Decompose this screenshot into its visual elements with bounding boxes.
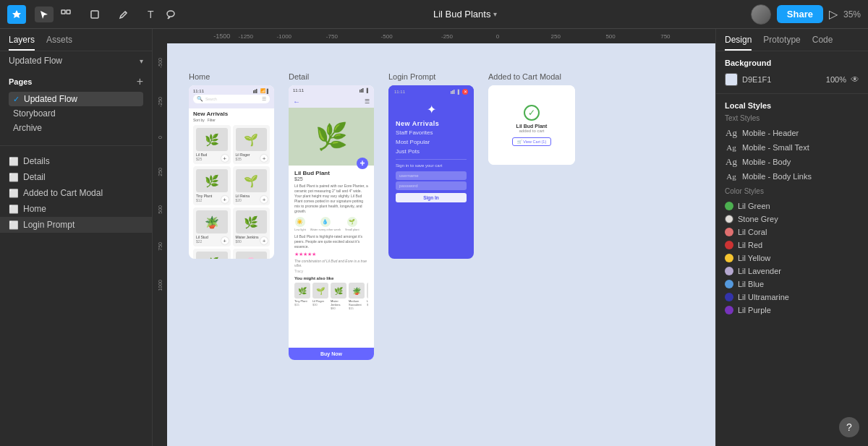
svg-rect-12: [454, 90, 455, 94]
color-style-lil-purple[interactable]: Lil Purple: [725, 304, 859, 317]
home-frame[interactable]: 11:11 📶 ▌ 🔍 Search ☰: [189, 85, 274, 259]
share-button[interactable]: Share: [777, 5, 823, 23]
ruler-mark: 250: [551, 33, 561, 40]
plant-image: 🌿: [236, 210, 268, 233]
pen-tool[interactable]: [114, 7, 140, 22]
thumbnail-item[interactable]: 🪴 Medium Succulent $15: [349, 283, 365, 310]
app-logo: [7, 5, 26, 24]
login-menu-item[interactable]: Staff Favorites: [396, 128, 467, 137]
wifi-icon: ▌: [458, 90, 461, 94]
layer-item-details[interactable]: ⬜ Details: [0, 153, 152, 169]
password-input[interactable]: password: [396, 181, 467, 190]
move-tool[interactable]: [35, 7, 54, 22]
detail-frame-wrapper: Detail 11:11 ▌ ← ☰ �: [289, 72, 374, 360]
layer-item-login[interactable]: ⬜ Login Prompt: [0, 217, 152, 233]
plant-card[interactable]: 🌿 Lil Buddy $25 +: [193, 249, 231, 259]
page-item-storyboard[interactable]: Storyboard: [9, 106, 143, 121]
sign-in-button[interactable]: Sign In: [396, 193, 467, 202]
add-to-cart-icon[interactable]: +: [221, 196, 229, 203]
color-swatch: [725, 306, 733, 314]
color-styles-section: Color Styles Lil Green Stone Grey Lil Co…: [725, 187, 859, 317]
view-cart-button[interactable]: 🛒 View Cart (1): [512, 137, 552, 146]
color-style-lil-lavender[interactable]: Lil Lavender: [725, 265, 859, 278]
login-menu-item[interactable]: Just Pots: [396, 147, 467, 156]
thumbnail-item[interactable]: 🌿 Mister Jenkins $80: [331, 283, 346, 310]
tab-design[interactable]: Design: [725, 35, 752, 51]
shape-tool[interactable]: [85, 7, 111, 22]
plant-image: 🪴: [196, 210, 228, 233]
plant-card[interactable]: 🪴 Lil Stud $22 +: [193, 207, 231, 246]
layer-item-home[interactable]: ⬜ Home: [0, 201, 152, 217]
add-to-cart-icon[interactable]: +: [221, 237, 229, 244]
file-title[interactable]: Lil Bud Plants ▾: [186, 9, 745, 20]
add-page-button[interactable]: +: [137, 76, 143, 87]
filter-label: Filter: [208, 118, 216, 122]
thumbnail-item[interactable]: 🌱 Lil Roger $30: [312, 283, 328, 310]
login-frame[interactable]: 11:11 ▌ ✕ ✦ New Arrivals: [388, 85, 474, 259]
help-button[interactable]: ?: [839, 417, 859, 437]
thumbnails-row: 🌿 Tiny Plant $15 🌱 Lil Roger $30: [294, 283, 368, 310]
thumb-image: 🌿: [294, 283, 310, 299]
thumbnail-item[interactable]: 🌿 Lil Bud $25: [367, 283, 368, 310]
frame-tool[interactable]: [56, 7, 82, 22]
background-color-swatch[interactable]: [725, 73, 738, 86]
toolbar-tools: T: [35, 6, 180, 23]
plant-card[interactable]: 🌱 Lil Roger $35 +: [233, 125, 271, 164]
page-item-label: Updated Flow: [24, 94, 77, 104]
plant-card[interactable]: 🌿 Lil Bud $25 +: [193, 125, 231, 164]
add-to-cart-icon[interactable]: +: [260, 237, 268, 244]
plant-card[interactable]: 🌿 Mister Jenkins $80 +: [233, 207, 271, 246]
page-item-updated-flow[interactable]: ✓ Updated Flow: [9, 92, 143, 106]
color-style-lil-yellow[interactable]: Lil Yellow: [725, 252, 859, 265]
ag-icon: Ag: [725, 127, 738, 139]
text-style-header[interactable]: Ag Mobile - Header: [725, 125, 859, 141]
thumb-price: $25: [367, 303, 368, 306]
user-avatar: [751, 4, 771, 25]
color-style-stone-grey[interactable]: Stone Grey: [725, 213, 859, 226]
ag-icon: Ag: [725, 143, 738, 152]
divider: [0, 145, 152, 146]
color-style-lil-red[interactable]: Lil Red: [725, 239, 859, 252]
layer-item-detail[interactable]: ⬜ Detail: [0, 169, 152, 185]
close-button[interactable]: ✕: [462, 89, 468, 95]
comment-tool[interactable]: [161, 7, 180, 22]
plant-card[interactable]: 🌸 Missus Bloom $29 +: [233, 249, 271, 259]
text-style-body[interactable]: Ag Mobile - Body: [725, 154, 859, 170]
background-hex[interactable]: D9E1F1: [742, 75, 822, 84]
page-item-archive[interactable]: Archive: [9, 121, 143, 135]
cart-frame[interactable]: ✓ Lil Bud Plant added to cart 🛒 View Car…: [488, 85, 575, 165]
pages-header: Pages +: [9, 76, 143, 87]
login-menu-item[interactable]: Most Popular: [396, 137, 467, 147]
add-to-cart-button[interactable]: +: [357, 158, 368, 169]
ruler-vertical-corner: [153, 29, 167, 43]
text-tool[interactable]: T: [143, 6, 158, 23]
color-style-lil-blue[interactable]: Lil Blue: [725, 278, 859, 291]
text-style-small[interactable]: Ag Mobile - Small Text: [725, 141, 859, 154]
add-to-cart-icon[interactable]: +: [221, 155, 229, 162]
tab-layers[interactable]: Layers: [9, 35, 35, 51]
plant-card[interactable]: 🌱 Lil Reina $20 +: [233, 166, 271, 205]
visibility-icon[interactable]: 👁: [851, 74, 859, 85]
login-time: 11:11: [394, 90, 405, 94]
check-icon: ✓: [13, 95, 20, 104]
add-to-cart-icon[interactable]: +: [260, 196, 268, 203]
tab-assets[interactable]: Assets: [46, 35, 72, 51]
plant-card[interactable]: 🌿 Tiny Plant $12 +: [193, 166, 231, 205]
tab-prototype[interactable]: Prototype: [763, 35, 800, 51]
back-icon[interactable]: ←: [293, 98, 300, 106]
username-input[interactable]: username: [396, 171, 467, 180]
svg-rect-7: [359, 90, 361, 93]
layer-item-cart-modal[interactable]: ⬜ Added to Cart Modal: [0, 185, 152, 201]
text-style-body-links[interactable]: Ag Mobile - Body Links: [725, 170, 859, 183]
color-style-lil-coral[interactable]: Lil Coral: [725, 226, 859, 239]
rating-stars: ★★★★★: [294, 252, 368, 257]
tab-code[interactable]: Code: [812, 35, 833, 51]
thumbnail-item[interactable]: 🌿 Tiny Plant $15: [294, 283, 310, 310]
detail-frame[interactable]: 11:11 ▌ ← ☰ 🌿 + Li: [289, 85, 374, 360]
color-swatch: [725, 228, 733, 236]
add-to-cart-icon[interactable]: +: [260, 155, 268, 162]
color-style-lil-ultramarine[interactable]: Lil Ultramarine: [725, 291, 859, 304]
color-style-lil-green[interactable]: Lil Green: [725, 200, 859, 213]
play-button[interactable]: ▷: [829, 7, 838, 21]
buy-now-button[interactable]: Buy Now: [289, 348, 374, 360]
